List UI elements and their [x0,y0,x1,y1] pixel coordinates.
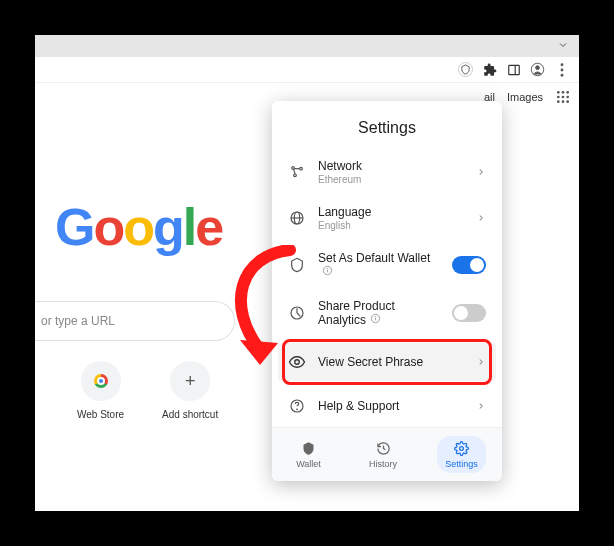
row-default-wallet[interactable]: Set As Default Wallet [272,241,502,289]
svg-point-3 [536,66,540,70]
nav-settings[interactable]: Settings [437,436,486,473]
window-titlebar [35,35,579,57]
svg-point-17 [300,167,303,170]
svg-point-14 [562,100,565,103]
google-logo: Google [55,197,222,257]
svg-point-9 [566,91,569,94]
shield-icon[interactable] [458,62,473,77]
svg-point-13 [557,100,560,103]
chevron-right-icon [476,209,486,227]
shield-icon [288,256,306,274]
search-placeholder: or type a URL [41,314,115,328]
nav-wallet[interactable]: Wallet [288,436,329,473]
apps-grid-icon[interactable] [555,89,571,105]
images-link[interactable]: Images [507,91,543,103]
plus-icon: + [170,361,210,401]
extension-popup: Settings Network Ethereum Language Eng [272,101,502,481]
svg-point-8 [562,91,565,94]
row-view-secret-phrase[interactable]: View Secret Phrase [278,343,496,381]
popup-title: Settings [272,101,502,149]
row-label: View Secret Phrase [318,355,464,369]
svg-point-12 [566,96,569,99]
chevron-right-icon [476,163,486,181]
row-label: Language [318,205,464,219]
svg-point-4 [560,63,563,66]
svg-point-7 [557,91,560,94]
svg-point-34 [460,446,464,450]
bottom-nav: Wallet History Settings [272,427,502,481]
browser-window: ail Images Google or type a URL Web Stor… [35,35,579,511]
chevron-right-icon [476,353,486,371]
svg-point-18 [294,174,297,177]
row-sublabel: English [318,220,464,231]
svg-point-6 [560,73,563,76]
profile-icon[interactable] [530,62,545,77]
globe-icon [288,209,306,227]
browser-toolbar [35,57,579,83]
sidepanel-icon[interactable] [506,62,521,77]
svg-point-15 [566,100,569,103]
tile-add-shortcut[interactable]: + Add shortcut [162,361,218,420]
row-sublabel: Ethereum [318,174,464,185]
row-analytics[interactable]: Share Product Analytics [272,289,502,337]
toggle-default-wallet[interactable] [452,256,486,274]
analytics-icon [288,304,306,322]
info-icon [370,313,382,325]
row-label: Help & Support [318,399,464,413]
settings-list: Network Ethereum Language English [272,149,502,427]
svg-point-16 [292,167,295,170]
toggle-analytics[interactable] [452,304,486,322]
nav-history[interactable]: History [361,436,405,473]
svg-line-20 [294,169,295,174]
row-language[interactable]: Language English [272,195,502,241]
shortcut-tiles: Web Store + Add shortcut [77,361,218,420]
history-icon [375,440,391,456]
svg-rect-0 [508,65,519,74]
svg-point-33 [297,409,298,410]
extensions-icon[interactable] [482,62,497,77]
nav-label: History [369,459,397,469]
svg-point-11 [562,96,565,99]
eye-icon [288,353,306,371]
chevron-down-icon[interactable] [557,37,569,55]
row-label: Network [318,159,464,173]
gear-icon [454,440,470,456]
nav-label: Settings [445,459,478,469]
svg-point-5 [560,68,563,71]
tile-label: Web Store [77,409,124,420]
chevron-right-icon [476,397,486,415]
search-input[interactable]: or type a URL [35,301,235,341]
nav-label: Wallet [296,459,321,469]
tile-label: Add shortcut [162,409,218,420]
menu-dots-icon[interactable] [554,62,569,77]
row-label: Set As Default Wallet [318,251,440,279]
network-icon [288,163,306,181]
svg-point-10 [557,96,560,99]
row-network[interactable]: Network Ethereum [272,149,502,195]
svg-point-31 [295,360,300,365]
wallet-icon [300,440,316,456]
tile-web-store[interactable]: Web Store [77,361,124,420]
help-icon [288,397,306,415]
info-icon [322,265,334,277]
row-label: Share Product Analytics [318,299,440,327]
row-help-support[interactable]: Help & Support [272,387,502,425]
chrome-icon [81,361,121,401]
